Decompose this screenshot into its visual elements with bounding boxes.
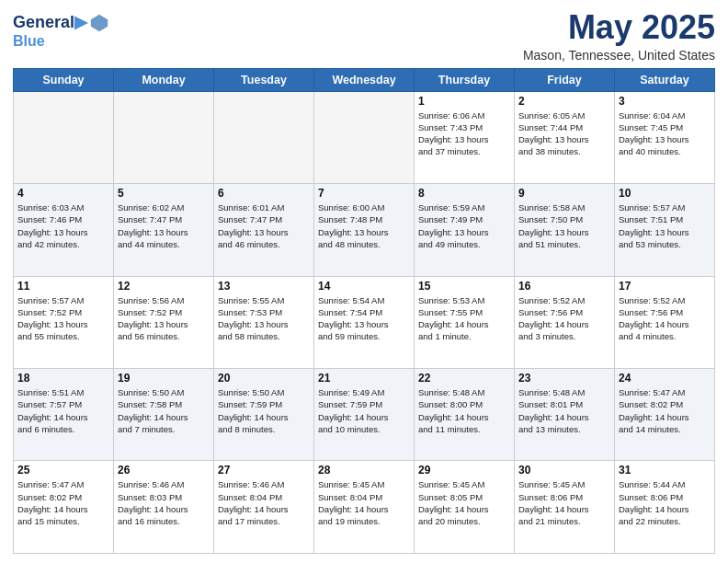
calendar-cell: 21Sunrise: 5:49 AM Sunset: 7:59 PM Dayli… (314, 369, 415, 461)
calendar-cell: 18Sunrise: 5:51 AM Sunset: 7:57 PM Dayli… (14, 369, 114, 461)
day-info: Sunrise: 5:51 AM Sunset: 7:57 PM Dayligh… (17, 386, 109, 435)
day-number: 12 (118, 280, 210, 293)
day-info: Sunrise: 6:06 AM Sunset: 7:43 PM Dayligh… (418, 109, 510, 158)
day-number: 14 (318, 280, 410, 293)
page: General▶ Blue May 2025 Mason, Tennessee,… (0, 0, 728, 563)
logo-text2: Blue (13, 33, 109, 50)
calendar-week-row: 18Sunrise: 5:51 AM Sunset: 7:57 PM Dayli… (14, 369, 715, 461)
day-info: Sunrise: 5:46 AM Sunset: 8:03 PM Dayligh… (118, 478, 210, 527)
calendar-cell: 16Sunrise: 5:52 AM Sunset: 7:56 PM Dayli… (515, 276, 615, 368)
day-header-saturday: Saturday (615, 68, 715, 91)
day-number: 29 (418, 464, 510, 477)
calendar-cell: 11Sunrise: 5:57 AM Sunset: 7:52 PM Dayli… (14, 276, 114, 368)
day-number: 21 (318, 372, 410, 385)
day-info: Sunrise: 6:04 AM Sunset: 7:45 PM Dayligh… (619, 109, 711, 158)
day-number: 18 (17, 372, 109, 385)
calendar-cell: 31Sunrise: 5:44 AM Sunset: 8:06 PM Dayli… (615, 461, 715, 554)
day-number: 30 (518, 464, 610, 477)
day-info: Sunrise: 5:49 AM Sunset: 7:59 PM Dayligh… (318, 386, 410, 435)
day-number: 13 (218, 280, 310, 293)
calendar-cell: 23Sunrise: 5:48 AM Sunset: 8:01 PM Dayli… (515, 369, 615, 461)
day-header-wednesday: Wednesday (314, 68, 415, 91)
day-number: 20 (218, 372, 310, 385)
day-number: 19 (118, 372, 210, 385)
day-info: Sunrise: 5:57 AM Sunset: 7:51 PM Dayligh… (619, 201, 711, 250)
calendar-cell: 19Sunrise: 5:50 AM Sunset: 7:58 PM Dayli… (114, 369, 214, 461)
day-info: Sunrise: 5:52 AM Sunset: 7:56 PM Dayligh… (518, 294, 610, 343)
calendar-week-row: 1Sunrise: 6:06 AM Sunset: 7:43 PM Daylig… (14, 91, 715, 183)
day-number: 26 (118, 464, 210, 477)
day-number: 28 (318, 464, 410, 477)
header: General▶ Blue May 2025 Mason, Tennessee,… (13, 9, 715, 63)
day-info: Sunrise: 6:00 AM Sunset: 7:48 PM Dayligh… (318, 201, 410, 250)
calendar-week-row: 11Sunrise: 5:57 AM Sunset: 7:52 PM Dayli… (14, 276, 715, 368)
day-number: 2 (518, 95, 610, 108)
day-header-sunday: Sunday (14, 68, 114, 91)
day-number: 31 (619, 464, 711, 477)
day-info: Sunrise: 5:58 AM Sunset: 7:50 PM Dayligh… (518, 201, 610, 250)
calendar-cell: 30Sunrise: 5:45 AM Sunset: 8:06 PM Dayli… (515, 461, 615, 554)
day-number: 7 (318, 187, 410, 200)
day-number: 3 (619, 95, 711, 108)
calendar-cell: 7Sunrise: 6:00 AM Sunset: 7:48 PM Daylig… (314, 184, 415, 276)
day-number: 17 (619, 280, 711, 293)
day-header-thursday: Thursday (415, 68, 515, 91)
day-info: Sunrise: 6:01 AM Sunset: 7:47 PM Dayligh… (218, 201, 310, 250)
day-info: Sunrise: 5:44 AM Sunset: 8:06 PM Dayligh… (619, 478, 711, 527)
day-info: Sunrise: 5:54 AM Sunset: 7:54 PM Dayligh… (318, 294, 410, 343)
logo-icon (89, 13, 109, 33)
day-info: Sunrise: 5:59 AM Sunset: 7:49 PM Dayligh… (418, 201, 510, 250)
calendar-cell: 20Sunrise: 5:50 AM Sunset: 7:59 PM Dayli… (214, 369, 314, 461)
day-number: 1 (418, 95, 510, 108)
day-info: Sunrise: 5:45 AM Sunset: 8:05 PM Dayligh… (418, 478, 510, 527)
calendar-cell: 4Sunrise: 6:03 AM Sunset: 7:46 PM Daylig… (14, 184, 114, 276)
day-info: Sunrise: 5:53 AM Sunset: 7:55 PM Dayligh… (418, 294, 510, 343)
day-number: 9 (518, 187, 610, 200)
day-info: Sunrise: 5:45 AM Sunset: 8:06 PM Dayligh… (518, 478, 610, 527)
day-number: 8 (418, 187, 510, 200)
day-info: Sunrise: 5:52 AM Sunset: 7:56 PM Dayligh… (619, 294, 711, 343)
calendar-cell: 6Sunrise: 6:01 AM Sunset: 7:47 PM Daylig… (214, 184, 314, 276)
title-area: May 2025 Mason, Tennessee, United States (523, 9, 715, 63)
calendar-cell (214, 91, 314, 183)
calendar-cell: 2Sunrise: 6:05 AM Sunset: 7:44 PM Daylig… (515, 91, 615, 183)
day-info: Sunrise: 5:46 AM Sunset: 8:04 PM Dayligh… (218, 478, 310, 527)
calendar-cell: 17Sunrise: 5:52 AM Sunset: 7:56 PM Dayli… (615, 276, 715, 368)
day-number: 24 (619, 372, 711, 385)
calendar-cell: 24Sunrise: 5:47 AM Sunset: 8:02 PM Dayli… (615, 369, 715, 461)
day-number: 5 (118, 187, 210, 200)
calendar-cell (314, 91, 415, 183)
day-number: 6 (218, 187, 310, 200)
calendar-cell: 28Sunrise: 5:45 AM Sunset: 8:04 PM Dayli… (314, 461, 415, 554)
calendar-cell: 27Sunrise: 5:46 AM Sunset: 8:04 PM Dayli… (214, 461, 314, 554)
calendar-cell: 10Sunrise: 5:57 AM Sunset: 7:51 PM Dayli… (615, 184, 715, 276)
day-info: Sunrise: 5:57 AM Sunset: 7:52 PM Dayligh… (17, 294, 109, 343)
calendar-cell: 22Sunrise: 5:48 AM Sunset: 8:00 PM Dayli… (415, 369, 515, 461)
logo: General▶ Blue (13, 13, 109, 50)
day-number: 22 (418, 372, 510, 385)
day-info: Sunrise: 5:50 AM Sunset: 7:58 PM Dayligh… (118, 386, 210, 435)
day-info: Sunrise: 5:56 AM Sunset: 7:52 PM Dayligh… (118, 294, 210, 343)
calendar-cell: 8Sunrise: 5:59 AM Sunset: 7:49 PM Daylig… (415, 184, 515, 276)
day-header-friday: Friday (515, 68, 615, 91)
day-number: 11 (17, 280, 109, 293)
calendar-cell: 13Sunrise: 5:55 AM Sunset: 7:53 PM Dayli… (214, 276, 314, 368)
calendar-cell (114, 91, 214, 183)
day-number: 15 (418, 280, 510, 293)
calendar-cell: 29Sunrise: 5:45 AM Sunset: 8:05 PM Dayli… (415, 461, 515, 554)
day-number: 4 (17, 187, 109, 200)
day-header-tuesday: Tuesday (214, 68, 314, 91)
day-number: 16 (518, 280, 610, 293)
calendar-cell: 25Sunrise: 5:47 AM Sunset: 8:02 PM Dayli… (14, 461, 114, 554)
calendar-week-row: 25Sunrise: 5:47 AM Sunset: 8:02 PM Dayli… (14, 461, 715, 554)
day-number: 25 (17, 464, 109, 477)
day-info: Sunrise: 5:48 AM Sunset: 8:00 PM Dayligh… (418, 386, 510, 435)
calendar-cell (14, 91, 114, 183)
day-info: Sunrise: 5:47 AM Sunset: 8:02 PM Dayligh… (17, 478, 109, 527)
day-header-monday: Monday (114, 68, 214, 91)
day-info: Sunrise: 5:45 AM Sunset: 8:04 PM Dayligh… (318, 478, 410, 527)
calendar-cell: 5Sunrise: 6:02 AM Sunset: 7:47 PM Daylig… (114, 184, 214, 276)
calendar-cell: 26Sunrise: 5:46 AM Sunset: 8:03 PM Dayli… (114, 461, 214, 554)
calendar-week-row: 4Sunrise: 6:03 AM Sunset: 7:46 PM Daylig… (14, 184, 715, 276)
month-title: May 2025 (523, 9, 715, 46)
